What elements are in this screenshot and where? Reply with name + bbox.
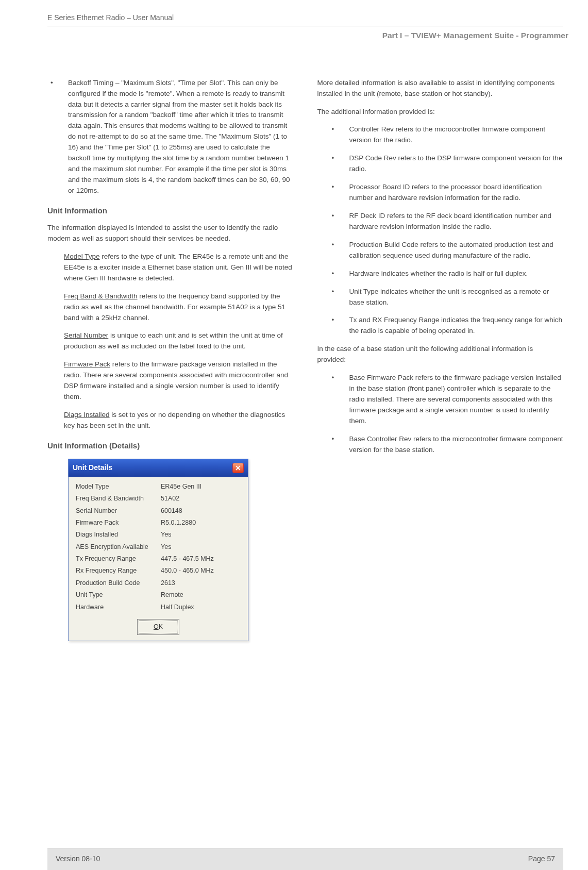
heading-unit-information-details: Unit Information (Details) <box>47 440 294 451</box>
dialog-row: Diags InstalledYes <box>76 530 241 540</box>
list-item: •Base Controller Rev refers to the micro… <box>329 434 564 456</box>
def-label: Freq Band & Bandwidth <box>64 292 138 300</box>
ok-button[interactable]: OK <box>139 621 178 633</box>
dlg-value: 447.5 - 467.5 MHz <box>161 554 241 564</box>
list-item: •DSP Code Rev refers to the DSP firmware… <box>329 153 564 175</box>
close-button[interactable]: ✕ <box>232 463 244 473</box>
unit-details-dialog: Unit Details ✕ Model TypeER45e Gen III F… <box>68 459 248 641</box>
def-label: Model Type <box>64 253 100 260</box>
ok-underline-letter: O <box>154 623 159 630</box>
bullet-dot-icon: • <box>329 315 349 337</box>
def-serial-number: Serial Number is unique to each unit and… <box>64 330 294 352</box>
def-label: Diags Installed <box>64 411 110 419</box>
list-item: •Base Firmware Pack refers to the firmwa… <box>329 373 564 427</box>
right-bullets: •Controller Rev refers to the microcontr… <box>317 124 564 337</box>
dlg-value: Yes <box>161 542 241 552</box>
bullet-text: DSP Code Rev refers to the DSP firmware … <box>349 153 564 175</box>
dlg-value: ER45e Gen III <box>161 482 241 492</box>
bullet-dot-icon: • <box>329 211 349 232</box>
bullet-dot-icon: • <box>329 240 349 261</box>
ok-rest: K <box>159 623 163 630</box>
bullet-dot-icon: • <box>329 153 349 175</box>
list-item: •Hardware indicates whether the radio is… <box>329 269 564 279</box>
bullet-text: Hardware indicates whether the radio is … <box>349 269 564 279</box>
right-intro: More detailed information is also availa… <box>317 78 564 99</box>
content-columns: • Backoff Timing – "Maximum Slots", "Tim… <box>47 78 563 642</box>
dialog-row: Freq Band & Bandwidth51A02 <box>76 494 241 504</box>
right-add-info: The additional information provided is: <box>317 107 564 118</box>
dialog-row: AES Encryption AvailableYes <box>76 542 241 552</box>
dlg-value: R5.0.1.2880 <box>161 518 241 528</box>
footer-version: Version 08-10 <box>56 854 100 865</box>
bullet-dot-icon: • <box>47 78 68 196</box>
def-diags-installed: Diags Installed is set to yes or no depe… <box>64 410 294 431</box>
dlg-value: 450.0 - 465.0 MHz <box>161 566 241 576</box>
dialog-row: HardwareHalf Duplex <box>76 603 241 612</box>
dialog-title-text: Unit Details <box>73 462 112 474</box>
dlg-label: Production Build Code <box>76 578 161 588</box>
bullet-text: Backoff Timing – "Maximum Slots", "Time … <box>68 78 294 196</box>
right-column: More detailed information is also availa… <box>317 78 564 642</box>
dlg-value: 2613 <box>161 578 241 588</box>
bullet-text: Base Firmware Pack refers to the firmwar… <box>349 373 564 427</box>
dlg-value: Half Duplex <box>161 603 241 612</box>
dlg-label: Freq Band & Bandwidth <box>76 494 161 504</box>
dlg-label: Tx Frequency Range <box>76 554 161 564</box>
dialog-titlebar: Unit Details ✕ <box>69 459 248 477</box>
dialog-button-row: OK <box>69 616 248 641</box>
list-item: •RF Deck ID refers to the RF deck board … <box>329 211 564 232</box>
dlg-label: AES Encryption Available <box>76 542 161 552</box>
def-firmware-pack: Firmware Pack refers to the firmware pac… <box>64 359 294 403</box>
list-item: •Unit Type indicates whether the unit is… <box>329 287 564 308</box>
dialog-row: Tx Frequency Range447.5 - 467.5 MHz <box>76 554 241 564</box>
bullet-dot-icon: • <box>329 124 349 146</box>
def-freq-band: Freq Band & Bandwidth refers to the freq… <box>64 291 294 324</box>
dialog-row: Production Build Code2613 <box>76 578 241 588</box>
dialog-row: Unit TypeRemote <box>76 590 241 600</box>
dialog-row: Serial Number600148 <box>76 506 241 516</box>
bullet-text: Base Controller Rev refers to the microc… <box>349 434 564 456</box>
bullet-dot-icon: • <box>329 287 349 308</box>
dialog-body: Model TypeER45e Gen III Freq Band & Band… <box>69 477 248 616</box>
bullet-text: Production Build Code refers to the auto… <box>349 240 564 261</box>
part-title: Part I – TVIEW+ Management Suite - Progr… <box>47 29 568 42</box>
dlg-label: Unit Type <box>76 590 161 600</box>
dialog-row: Model TypeER45e Gen III <box>76 482 241 492</box>
list-item: •Processor Board ID refers to the proces… <box>329 182 564 204</box>
page: E Series Ethernet Radio – User Manual Pa… <box>0 0 588 870</box>
bullet-text: Processor Board ID refers to the process… <box>349 182 564 204</box>
bullet-text: Controller Rev refers to the microcontro… <box>349 124 564 146</box>
list-item: •Controller Rev refers to the microcontr… <box>329 124 564 146</box>
base-bullets: •Base Firmware Pack refers to the firmwa… <box>317 373 564 455</box>
bullet-dot-icon: • <box>329 434 349 456</box>
bullet-text: Tx and RX Frequency Range indicates the … <box>349 315 564 337</box>
bullet-dot-icon: • <box>329 373 349 427</box>
bullet-dot-icon: • <box>329 269 349 279</box>
dialog-row: Firmware PackR5.0.1.2880 <box>76 518 241 528</box>
heading-unit-information: Unit Information <box>47 205 294 216</box>
bullet-text: RF Deck ID refers to the RF deck board i… <box>349 211 564 232</box>
def-label: Firmware Pack <box>64 360 110 368</box>
page-footer: Version 08-10 Page 57 <box>47 848 563 870</box>
dlg-value: Yes <box>161 530 241 540</box>
def-model-type: Model Type refers to the type of unit. T… <box>64 252 294 284</box>
bullet-backoff-timing: • Backoff Timing – "Maximum Slots", "Tim… <box>47 78 294 196</box>
dlg-value: Remote <box>161 590 241 600</box>
unit-info-intro: The information displayed is intended to… <box>47 223 294 244</box>
unit-info-definitions: Model Type refers to the type of unit. T… <box>47 252 294 431</box>
def-label: Serial Number <box>64 331 108 339</box>
list-item: •Tx and RX Frequency Range indicates the… <box>329 315 564 337</box>
dlg-label: Diags Installed <box>76 530 161 540</box>
list-item: •Production Build Code refers to the aut… <box>329 240 564 261</box>
dlg-label: Hardware <box>76 603 161 612</box>
dlg-label: Model Type <box>76 482 161 492</box>
bullet-dot-icon: • <box>329 182 349 204</box>
base-intro: In the case of a base station unit the f… <box>317 344 564 365</box>
bullet-text: Unit Type indicates whether the unit is … <box>349 287 564 308</box>
dialog-row: Rx Frequency Range450.0 - 465.0 MHz <box>76 566 241 576</box>
dlg-label: Rx Frequency Range <box>76 566 161 576</box>
dlg-label: Firmware Pack <box>76 518 161 528</box>
dlg-value: 600148 <box>161 506 241 516</box>
dlg-label: Serial Number <box>76 506 161 516</box>
doc-header: E Series Ethernet Radio – User Manual <box>47 12 563 26</box>
